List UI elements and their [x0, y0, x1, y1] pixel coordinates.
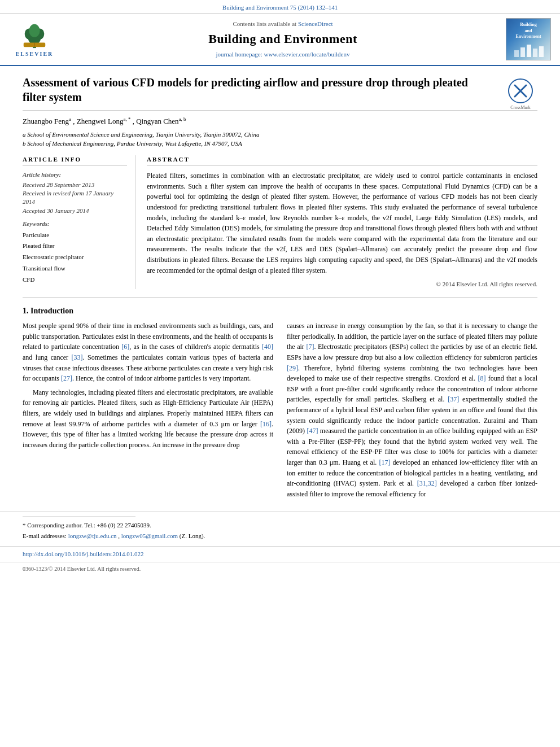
intro-para2: Many technologies, including pleated fil… — [23, 387, 273, 451]
abstract-heading: ABSTRACT — [147, 155, 537, 166]
intro-col1: Most people spend 90% of their time in e… — [23, 321, 273, 503]
svg-rect-11 — [539, 46, 544, 57]
journal-ref-bar: Building and Environment 75 (2014) 132–1… — [0, 0, 560, 14]
crossmark-label: CrossMark — [510, 104, 531, 111]
footer-bottom: 0360-1323/© 2014 Elsevier Ltd. All right… — [0, 562, 560, 575]
affiliation-b: b School of Mechanical Engineering, Purd… — [23, 139, 537, 148]
abstract-column: ABSTRACT Pleated filters, sometimes in c… — [147, 155, 537, 289]
keyword-3: Electrostatic precipitator — [23, 252, 127, 263]
svg-rect-8 — [520, 47, 525, 57]
intro-para1: Most people spend 90% of their time in e… — [23, 321, 273, 384]
journal-homepage: journal homepage: www.elsevier.com/locat… — [65, 50, 500, 59]
affiliation-a: a School of Environmental Science and En… — [23, 130, 537, 139]
email-link-1[interactable]: longzw@tju.edu.cn — [68, 532, 117, 539]
science-direct-link[interactable]: ScienceDirect — [298, 20, 333, 27]
footnote-section: * Corresponding author. Tel.: +86 (0) 22… — [0, 512, 560, 546]
intro-para3: causes an increase in energy consumption… — [287, 321, 537, 499]
email-link-2[interactable]: longzw05@gmail.com — [121, 532, 178, 539]
elsevier-brand-text: ELSEVIER — [16, 50, 54, 58]
homepage-link[interactable]: journal homepage: www.elsevier.com/locat… — [216, 51, 350, 58]
keyword-2: Pleated filter — [23, 241, 127, 252]
section-divider-1 — [23, 297, 537, 298]
elsevier-logo: ELSEVIER — [9, 21, 60, 58]
article-info-column: ARTICLE INFO Article history: Received 2… — [23, 155, 135, 289]
intro-col2: causes an increase in energy consumption… — [287, 321, 537, 503]
keyword-5: CFD — [23, 274, 127, 286]
contents-available-text: Contents lists available at — [233, 20, 296, 27]
copyright-line: © 2014 Elsevier Ltd. All rights reserved… — [147, 280, 537, 289]
crossmark-icon — [512, 82, 529, 99]
keyword-1: Particulate — [23, 230, 127, 241]
paper-content: Assessment of various CFD models for pre… — [0, 66, 560, 512]
introduction-section: 1. Introduction Most people spend 90% of… — [23, 305, 537, 503]
intro-two-col: Most people spend 90% of their time in e… — [23, 321, 537, 503]
history-label: Article history: — [23, 171, 127, 179]
doi-link[interactable]: http://dx.doi.org/10.1016/j.buildenv.201… — [23, 551, 144, 557]
journal-title: Building and Environment — [65, 30, 500, 48]
abstract-text: Pleated filters, sometimes in combinatio… — [147, 171, 537, 276]
journal-ref-text: Building and Environment 75 (2014) 132–1… — [222, 4, 338, 11]
keyword-4: Transitional flow — [23, 263, 127, 274]
intro-title: 1. Introduction — [23, 305, 537, 317]
corresponding-author-note: * Corresponding author. Tel.: +86 (0) 22… — [23, 521, 537, 530]
paper-title-section: Assessment of various CFD models for pre… — [23, 75, 537, 111]
crossmark-badge[interactable]: CrossMark — [504, 77, 537, 111]
author3-name: , Qingyan Chena, b — [133, 117, 186, 125]
svg-rect-7 — [514, 50, 519, 57]
keywords-list: Particulate Pleated filter Electrostatic… — [23, 230, 127, 286]
accepted-date: Accepted 30 January 2014 — [23, 207, 127, 215]
elsevier-tree-icon — [18, 21, 51, 49]
email-line: E-mail addresses: longzw@tju.edu.cn , lo… — [23, 531, 537, 541]
journal-cover-image: Building and Environment — [506, 18, 551, 60]
author2-name: , Zhengwei Longa, * — [73, 117, 132, 125]
article-info-heading: ARTICLE INFO — [23, 155, 127, 166]
svg-rect-9 — [527, 45, 531, 57]
svg-rect-10 — [533, 49, 537, 57]
article-body: ARTICLE INFO Article history: Received 2… — [23, 155, 537, 289]
revised-date: Received in revised form 17 January 2014 — [23, 189, 127, 207]
paper-title: Assessment of various CFD models for pre… — [23, 75, 537, 104]
svg-point-4 — [29, 24, 40, 37]
science-direct-line: Contents lists available at ScienceDirec… — [65, 20, 500, 28]
journal-header-center: Contents lists available at ScienceDirec… — [60, 20, 506, 59]
keywords-label: Keywords: — [23, 220, 127, 228]
journal-header: ELSEVIER Contents lists available at Sci… — [0, 14, 560, 66]
affiliations: a School of Environmental Science and En… — [23, 130, 537, 148]
issn-copyright-text: 0360-1323/© 2014 Elsevier Ltd. All right… — [23, 566, 141, 572]
cover-chart-icon — [511, 42, 545, 59]
footer-doi-bar: http://dx.doi.org/10.1016/j.buildenv.201… — [0, 546, 560, 562]
authors-section: Zhuangbo Fenga , Zhengwei Longa, * , Qin… — [23, 115, 537, 126]
author1-name: Zhuangbo Fenga — [23, 117, 73, 125]
crossmark-circle — [508, 78, 533, 103]
received-date: Received 28 September 2013 — [23, 181, 127, 189]
